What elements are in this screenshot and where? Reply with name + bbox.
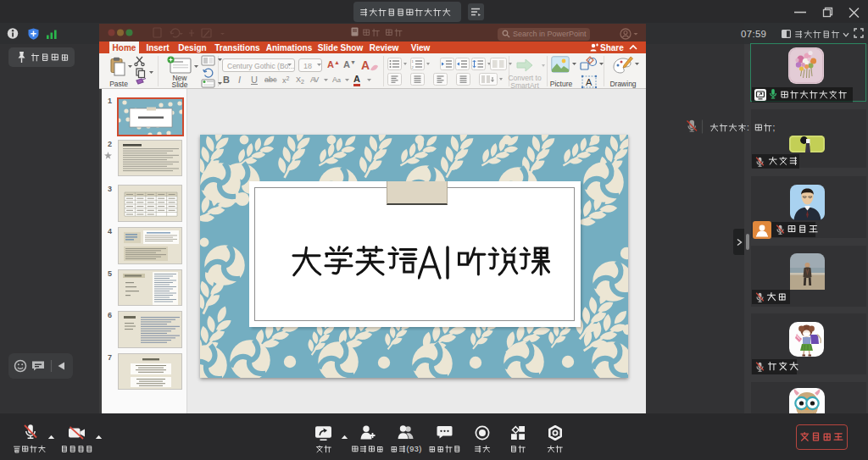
svg-text::: :: [747, 123, 749, 132]
svg-text:(: (: [406, 445, 409, 453]
svg-text:3: 3: [414, 445, 418, 453]
svg-text:A: A: [586, 77, 593, 87]
svg-text:;: ;: [772, 123, 775, 132]
svg-text:A: A: [361, 58, 370, 72]
svg-text:): ): [419, 445, 421, 453]
svg-text:9: 9: [409, 445, 414, 453]
